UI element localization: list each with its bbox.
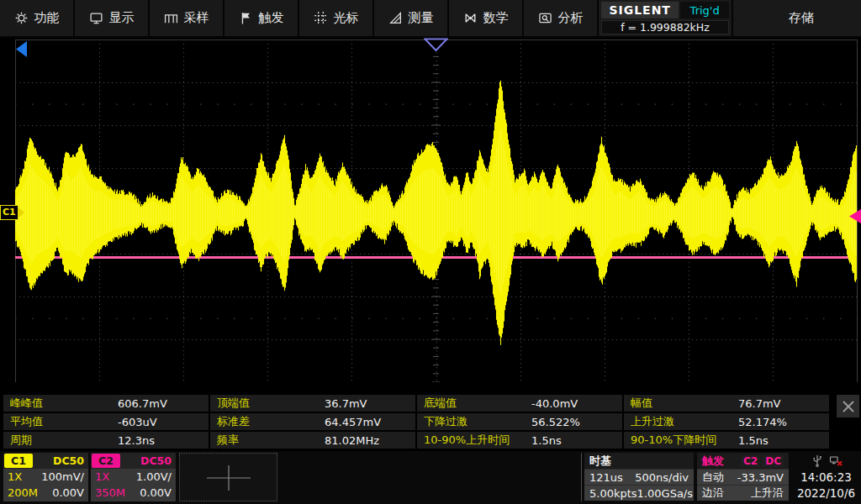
trigger-box[interactable]: 触发 C2 DC 自动 -33.3mV 边沿 上升沿	[697, 453, 789, 501]
clock-date: 2022/10/6	[797, 485, 855, 501]
channel1-probe: 1X	[8, 470, 22, 483]
measurement-label: 幅值	[631, 396, 738, 411]
menu-item-label: 采样	[184, 10, 209, 26]
measurement-value: 36.7mV	[325, 397, 367, 410]
measurement-cell: 10-90%上升时间1.5ns	[417, 432, 622, 449]
measurement-cell: 周期12.3ns	[3, 432, 209, 449]
trigger-level-marker-icon[interactable]	[849, 209, 861, 223]
measurement-value: 76.7mV	[738, 397, 781, 410]
measurement-cell: 下降过激56.522%	[417, 413, 622, 430]
analysis-icon	[538, 11, 552, 25]
measurement-panel-close-button[interactable]	[837, 395, 859, 417]
top-menu-bar: 功能显示采样触发光标测量数学分析 SIGLENT Trig'd f = 1.99…	[0, 0, 861, 38]
menu-item-label: 数学	[483, 10, 509, 26]
timebase-title: 时基	[589, 454, 611, 469]
channel1-bandwidth: 200M	[8, 486, 38, 499]
channel2-tab[interactable]: C2	[92, 454, 120, 468]
menu-item-acquire[interactable]: 采样	[150, 0, 224, 36]
measurement-cell: 上升过激52.174%	[624, 413, 829, 430]
timebase-box[interactable]: 时基 121us 500ns/div 5.00kpts 1.00GSa/s	[584, 453, 694, 501]
trigger-source-badge: C2	[741, 455, 760, 467]
trigger-delay-marker-icon[interactable]	[16, 41, 27, 57]
measurement-cell: 标准差64.457mV	[210, 413, 415, 430]
measurement-value: 64.457mV	[325, 416, 381, 428]
crosshair-icon	[180, 454, 277, 501]
menu-item-trigger[interactable]: 触发	[224, 0, 299, 36]
menu-item-analysis[interactable]: 分析	[524, 0, 599, 36]
measurement-value: 1.5ns	[738, 434, 769, 447]
menu-item-display[interactable]: 显示	[75, 0, 150, 36]
menu-item-label: 触发	[259, 10, 284, 26]
waveform-canvas[interactable]	[0, 38, 861, 382]
measurement-label: 平均值	[10, 414, 118, 429]
measurement-value: -40.0mV	[531, 397, 578, 410]
trigger-icon	[239, 11, 253, 25]
add-channel-box[interactable]	[179, 453, 277, 501]
trigger-status-badge: Trig'd	[680, 2, 729, 18]
channel1-level-arrow-icon	[18, 207, 24, 218]
timebase-scale: 500ns/div	[635, 471, 689, 484]
channel2-probe: 1X	[95, 470, 109, 483]
lan-disconnected-icon	[829, 454, 843, 468]
menu-item-math[interactable]: 数学	[449, 0, 524, 36]
menu-item-function[interactable]: 功能	[0, 0, 75, 36]
measurement-value: 56.522%	[531, 416, 580, 428]
timebase-samplerate: 1.00GSa/s	[637, 487, 693, 500]
timebase-points: 5.00kpts	[589, 487, 637, 500]
close-icon	[841, 399, 856, 414]
waveform-display-area: C1	[0, 38, 861, 382]
menu-item-measure[interactable]: 测量	[374, 0, 449, 36]
menu-item-storage[interactable]: 存储	[733, 0, 861, 36]
trigger-level: -33.3mV	[737, 471, 784, 484]
measurement-label: 频率	[217, 433, 325, 448]
measurement-label: 周期	[10, 433, 118, 448]
bottom-status-bar: C1 DC50 1X 100mV/ 200M 0.00V C2 DC50 1X …	[0, 451, 861, 504]
menu-item-label: 分析	[558, 10, 584, 26]
acquire-icon	[164, 11, 178, 25]
menu-item-cursor[interactable]: 光标	[299, 0, 374, 36]
channel2-scale: 1.00V/	[136, 470, 172, 483]
math-icon	[463, 11, 478, 25]
channel1-descriptor-box[interactable]: C1 DC50 1X 100mV/ 200M 0.00V	[3, 453, 88, 501]
measurement-cell: 底端值-40.0mV	[417, 395, 622, 412]
measurement-panel: 峰峰值606.7mV顶端值36.7mV底端值-40.0mV幅值76.7mV平均值…	[3, 395, 831, 450]
frequency-counter: f = 1.999882kHz	[601, 20, 729, 34]
channel2-descriptor-box[interactable]: C2 DC50 1X 1.00V/ 350M 0.00V	[91, 453, 176, 501]
channel1-offset: 0.00V	[52, 486, 84, 499]
trigger-coupling-badge: DC	[763, 455, 784, 467]
measurement-value: 606.7mV	[118, 397, 167, 410]
channel1-tab[interactable]: C1	[4, 454, 33, 468]
menu-item-label: 存储	[789, 10, 814, 26]
measurement-label: 10-90%上升时间	[424, 433, 531, 448]
measurement-cell: 顶端值36.7mV	[210, 395, 415, 412]
channel2-coupling: DC50	[140, 454, 172, 467]
channel1-coupling: DC50	[53, 454, 84, 467]
menu-item-label: 功能	[34, 10, 60, 26]
trigger-type: 边沿	[702, 486, 724, 501]
channel1-level-marker[interactable]: C1	[0, 205, 24, 220]
measurement-label: 标准差	[217, 414, 325, 429]
measurement-cell: 平均值-603uV	[3, 413, 209, 430]
measurement-value: 81.02MHz	[325, 434, 379, 447]
usb-icon	[811, 454, 824, 468]
measurement-value: 1.5ns	[531, 434, 562, 447]
clock-time: 14:06:23	[800, 469, 852, 485]
measurement-cell: 幅值76.7mV	[624, 395, 829, 412]
menu-items: 功能显示采样触发光标测量数学分析	[0, 0, 599, 38]
trigger-mode: 自动	[702, 470, 724, 485]
trigger-title: 触发	[702, 454, 724, 469]
menu-item-label: 显示	[109, 10, 135, 26]
cursor-icon	[314, 11, 328, 25]
measurement-cell: 90-10%下降时间1.5ns	[624, 432, 829, 449]
trigger-slope: 上升沿	[751, 486, 784, 501]
measurement-label: 90-10%下降时间	[631, 433, 738, 448]
measurement-row: 平均值-603uV标准差64.457mV下降过激56.522%上升过激52.17…	[3, 413, 831, 430]
brand-status-block: SIGLENT Trig'd f = 1.999882kHz	[599, 0, 733, 36]
measurement-label: 下降过激	[424, 414, 531, 429]
measurement-value: 52.174%	[738, 416, 787, 428]
siglent-logo: SIGLENT	[601, 2, 679, 18]
channel1-scale: 100mV/	[41, 470, 84, 483]
measurement-label: 底端值	[424, 396, 531, 411]
trigger-position-marker-icon[interactable]	[424, 38, 448, 52]
measurement-row: 周期12.3ns频率81.02MHz10-90%上升时间1.5ns90-10%下…	[3, 432, 831, 449]
